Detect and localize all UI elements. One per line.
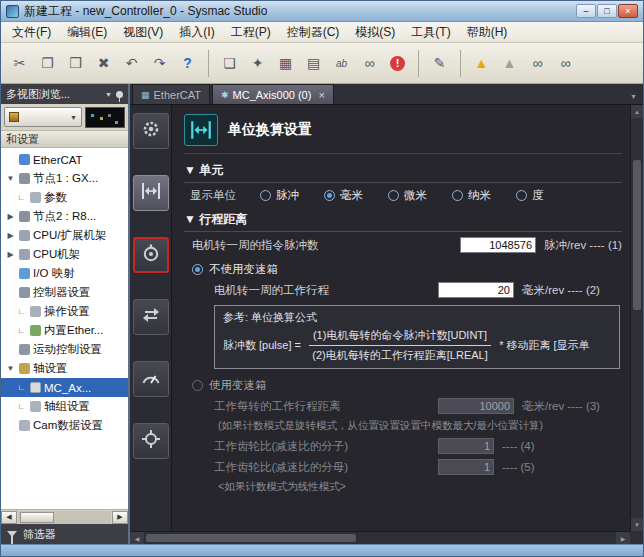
menu-item[interactable]: 工具(T) xyxy=(403,22,458,43)
tree-item[interactable]: EtherCAT xyxy=(1,150,128,169)
radio-button[interactable] xyxy=(516,190,527,201)
tree-expander[interactable]: ▼ xyxy=(5,364,16,373)
menu-item[interactable]: 帮助(H) xyxy=(459,22,516,43)
print-icon[interactable]: ❏ xyxy=(217,51,242,76)
travel-per-rev-input[interactable] xyxy=(438,282,514,298)
menu-item[interactable]: 插入(I) xyxy=(171,22,222,43)
warning-icon[interactable]: ▲ xyxy=(469,51,494,76)
homing-settings-button[interactable] xyxy=(133,423,169,459)
unit-radio-4[interactable]: 度 xyxy=(516,188,544,203)
tab-ethercat[interactable]: ▦ EtherCAT xyxy=(132,84,210,104)
menu-item[interactable]: 模拟(S) xyxy=(347,22,403,43)
scroll-left-button[interactable]: ◀ xyxy=(130,532,144,544)
cut-icon[interactable]: ✂ xyxy=(7,51,32,76)
radio-button[interactable] xyxy=(388,190,399,201)
tree-item[interactable]: ▶CPU机架 xyxy=(1,245,128,264)
scrollbar-track[interactable] xyxy=(18,511,111,524)
tree-item[interactable]: ▼轴设置 xyxy=(1,359,128,378)
scrollbar-track[interactable] xyxy=(144,532,616,544)
radio-button[interactable] xyxy=(452,190,463,201)
tree-item[interactable]: ▼节点1 : GX... xyxy=(1,169,128,188)
tree-item[interactable]: ∟轴组设置 xyxy=(1,397,128,416)
use-gearbox-label[interactable]: 使用变速箱 xyxy=(209,378,267,393)
tree-item[interactable]: ∟内置Ether... xyxy=(1,321,128,340)
close-button[interactable]: × xyxy=(618,4,638,18)
scrollbar-thumb[interactable] xyxy=(20,512,54,523)
tree-expander[interactable]: ▶ xyxy=(5,231,16,240)
ladder-editor-icon[interactable]: ▦ xyxy=(273,51,298,76)
radio-button[interactable] xyxy=(260,190,271,201)
text-search-icon[interactable]: ab xyxy=(329,51,354,76)
pulses-per-rev-input[interactable] xyxy=(460,237,536,253)
explorer-hscrollbar[interactable]: ◀ ▶ xyxy=(1,509,128,524)
unit-radio-2[interactable]: 微米 xyxy=(388,188,427,203)
monitor-icon[interactable]: ∞ xyxy=(525,51,550,76)
scrollbar-track[interactable] xyxy=(631,118,643,518)
build-icon[interactable]: ✦ xyxy=(245,51,270,76)
scroll-up-button[interactable]: ▲ xyxy=(631,105,643,118)
copy-icon[interactable]: ❐ xyxy=(35,51,60,76)
tree-expander[interactable]: ▶ xyxy=(5,212,16,221)
tree-item[interactable]: ▶CPU/扩展机架 xyxy=(1,226,128,245)
vertical-scrollbar[interactable]: ▲ ▼ xyxy=(630,105,643,531)
tree-item[interactable]: ∟参数 xyxy=(1,188,128,207)
chevron-down-icon[interactable]: ▼ xyxy=(105,91,112,98)
variable-table-icon[interactable]: ▤ xyxy=(301,51,326,76)
tree-item[interactable]: 控制器设置 xyxy=(1,283,128,302)
tree-expander[interactable]: ▼ xyxy=(5,174,16,183)
minimize-button[interactable]: – xyxy=(576,4,596,18)
tab-list-dropdown[interactable]: ▼ xyxy=(630,93,643,104)
explorer-header[interactable]: 多视图浏览... ▼ xyxy=(1,84,128,104)
unit-radio-label[interactable]: 毫米 xyxy=(340,188,363,203)
tree-item[interactable]: I/O 映射 xyxy=(1,264,128,283)
unit-radio-1[interactable]: 毫米 xyxy=(324,188,363,203)
tree-item[interactable]: ▶节点2 : R8... xyxy=(1,207,128,226)
tree-item[interactable]: ∟操作设置 xyxy=(1,302,128,321)
unit-radio-label[interactable]: 度 xyxy=(532,188,544,203)
position-count-settings-button[interactable] xyxy=(133,299,169,335)
axis-basic-settings-button[interactable] xyxy=(133,113,169,149)
unit-radio-3[interactable]: 纳米 xyxy=(452,188,491,203)
delete-icon[interactable]: ✖ xyxy=(91,51,116,76)
pin-icon[interactable] xyxy=(116,91,123,98)
use-gearbox-radio[interactable] xyxy=(192,380,203,391)
servo-drive-settings-button[interactable] xyxy=(133,237,169,273)
tab-mc-axis000[interactable]: ✱ MC_Axis000 (0) × xyxy=(212,84,334,104)
scrollbar-thumb[interactable] xyxy=(146,534,356,542)
scroll-right-button[interactable]: ▶ xyxy=(616,532,630,544)
tab-close-button[interactable]: × xyxy=(318,89,324,101)
menu-item[interactable]: 控制器(C) xyxy=(279,22,348,43)
no-gearbox-radio[interactable] xyxy=(192,264,203,275)
menu-item[interactable]: 视图(V) xyxy=(115,22,171,43)
redo-icon[interactable]: ↷ xyxy=(147,51,172,76)
help-icon[interactable]: ? xyxy=(175,51,200,76)
undo-icon[interactable]: ↶ xyxy=(119,51,144,76)
unit-radio-label[interactable]: 纳米 xyxy=(468,188,491,203)
no-gearbox-label[interactable]: 不使用变速箱 xyxy=(209,262,278,277)
filter-bar[interactable]: 筛选器 xyxy=(1,524,128,544)
unit-radio-label[interactable]: 脉冲 xyxy=(276,188,299,203)
unit-radio-label[interactable]: 微米 xyxy=(404,188,427,203)
find-icon[interactable]: ∞ xyxy=(357,51,382,76)
maximize-button[interactable]: □ xyxy=(597,4,617,18)
edit-icon[interactable]: ✎ xyxy=(427,51,452,76)
watch-icon[interactable]: ∞ xyxy=(553,51,578,76)
unit-radio-0[interactable]: 脉冲 xyxy=(260,188,299,203)
tree-expander[interactable]: ▶ xyxy=(5,250,16,259)
scroll-left-button[interactable]: ◀ xyxy=(1,511,17,524)
warning-off-icon[interactable]: ▲ xyxy=(497,51,522,76)
scroll-right-button[interactable]: ▶ xyxy=(112,511,128,524)
paste-icon[interactable]: ❒ xyxy=(63,51,88,76)
scrollbar-thumb[interactable] xyxy=(633,160,641,310)
scroll-down-button[interactable]: ▼ xyxy=(631,518,643,531)
radio-button[interactable] xyxy=(324,190,335,201)
error-list-icon[interactable]: ! xyxy=(385,51,410,76)
tree-item[interactable]: ∟MC_Ax... xyxy=(1,378,128,397)
menu-item[interactable]: 工程(P) xyxy=(223,22,279,43)
speed-settings-button[interactable] xyxy=(133,361,169,397)
unit-section-header[interactable]: ▼ 单元 xyxy=(184,162,622,183)
menu-item[interactable]: 文件(F) xyxy=(4,22,59,43)
travel-section-header[interactable]: ▼ 行程距离 xyxy=(184,211,622,232)
tree-item[interactable]: 运动控制设置 xyxy=(1,340,128,359)
controller-select[interactable]: ▼ xyxy=(4,107,82,127)
